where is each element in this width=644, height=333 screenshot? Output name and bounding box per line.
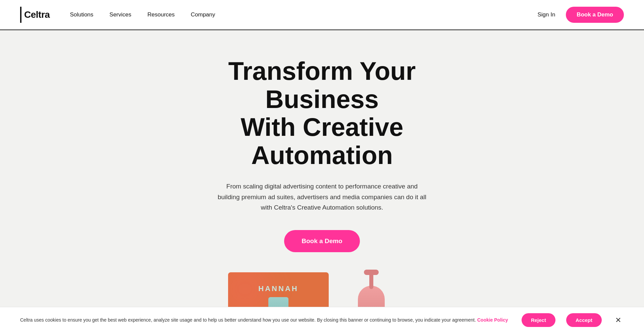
nav-solutions[interactable]: Solutions — [70, 11, 93, 18]
cookie-policy-link[interactable]: Cookie Policy — [477, 317, 508, 323]
nav-services[interactable]: Services — [109, 11, 131, 18]
cookie-close-button[interactable]: ✕ — [612, 317, 624, 324]
hero-section: Transform Your Business With Creative Au… — [0, 30, 644, 333]
nav-links: Solutions Services Resources Company — [70, 11, 537, 18]
hero-title-line1: Transform Your Business — [228, 57, 416, 113]
navigation: Celtra Solutions Services Resources Comp… — [0, 0, 644, 30]
cookie-accept-button[interactable]: Accept — [566, 313, 602, 327]
hero-title-line2: With Creative Automation — [241, 113, 404, 169]
nav-resources[interactable]: Resources — [148, 11, 175, 18]
cookie-banner: Celtra uses cookies to ensure you get th… — [0, 307, 644, 333]
logo-bar — [20, 7, 21, 23]
nav-right: Sign In Book a Demo — [537, 7, 624, 23]
cookie-text: Celtra uses cookies to ensure you get th… — [20, 317, 511, 324]
logo-text: Celtra — [24, 9, 50, 20]
hannah-brand-label: HANNAH — [258, 284, 298, 293]
hero-title: Transform Your Business With Creative Au… — [171, 57, 473, 169]
pump-head-illustration — [369, 272, 373, 289]
cookie-message: Celtra uses cookies to ensure you get th… — [20, 317, 476, 323]
hero-subtitle: From scaling digital advertising content… — [215, 181, 429, 213]
sign-in-link[interactable]: Sign In — [537, 11, 555, 18]
hero-book-demo-button[interactable]: Book a Demo — [284, 230, 360, 252]
cookie-reject-button[interactable]: Reject — [522, 313, 555, 327]
nav-company[interactable]: Company — [191, 11, 215, 18]
nav-book-demo-button[interactable]: Book a Demo — [566, 7, 624, 23]
logo[interactable]: Celtra — [20, 7, 50, 23]
